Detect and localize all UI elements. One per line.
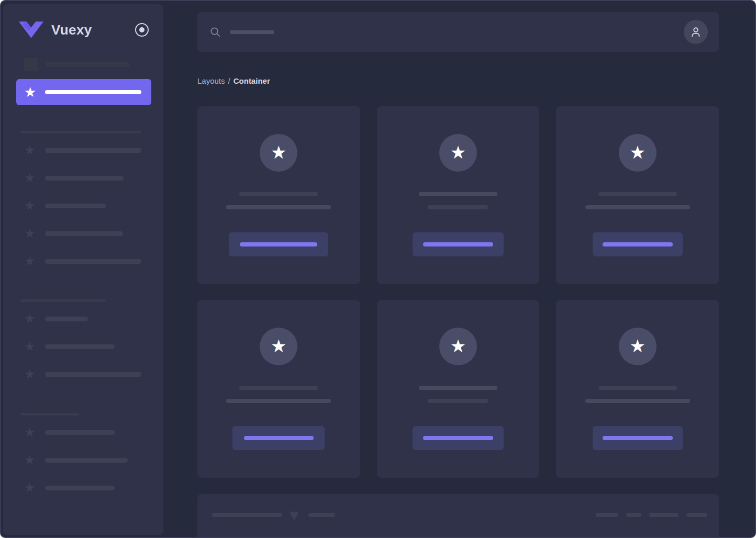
button-label-placeholder: [240, 242, 317, 246]
menu-label-placeholder: [45, 259, 141, 264]
card-button[interactable]: [229, 232, 328, 256]
star-icon: ★: [24, 426, 38, 439]
star-icon: ★: [450, 143, 466, 161]
card-button[interactable]: [232, 426, 325, 450]
sidebar-item[interactable]: ★: [16, 223, 151, 244]
sidebar-item[interactable]: ★: [16, 140, 151, 161]
star-icon: ★: [24, 481, 38, 494]
menu-label-placeholder: [45, 176, 124, 181]
card-subtitle-placeholder: [428, 205, 488, 209]
sidebar-item[interactable]: ★: [16, 54, 151, 75]
menu-label-placeholder: [45, 486, 115, 490]
button-label-placeholder: [603, 436, 673, 440]
placeholder-card: ★: [556, 106, 719, 284]
brand-row: Vuexy: [3, 20, 163, 39]
card-subtitle-placeholder: [585, 205, 690, 209]
card-title-placeholder: [598, 192, 677, 196]
menu-label-placeholder: [45, 430, 115, 435]
person-icon: [689, 25, 703, 39]
footer-link-placeholder: [686, 513, 707, 517]
button-label-placeholder: [244, 436, 314, 440]
breadcrumb: Layouts / Container: [197, 76, 719, 85]
sidebar-item[interactable]: ★: [16, 422, 151, 443]
breadcrumb-parent[interactable]: Layouts: [197, 76, 225, 85]
sidebar-item-active[interactable]: ★: [16, 79, 151, 105]
menu-pin-icon[interactable]: [135, 23, 149, 37]
menu-section-header-placeholder: [20, 299, 106, 302]
footer-link-placeholder: [596, 513, 618, 517]
star-icon: ★: [629, 143, 645, 161]
main-content: Layouts / Container ★ ★: [163, 1, 755, 537]
sidebar: Vuexy ★ ★ ★ ★ ★: [3, 4, 163, 535]
card-avatar: ★: [439, 134, 477, 172]
star-icon: ★: [24, 368, 38, 380]
menu-pin-dot: [139, 27, 144, 32]
footer-link-placeholder: [626, 513, 641, 517]
sidebar-item[interactable]: ★: [16, 450, 151, 470]
star-icon: ★: [24, 85, 38, 99]
sidebar-item[interactable]: ★: [16, 364, 151, 385]
footer-card: ♥: [197, 494, 719, 538]
vuexy-logo-icon: [19, 21, 43, 38]
card-grid: ★ ★ ★: [197, 106, 719, 478]
sidebar-item[interactable]: ★: [16, 195, 151, 216]
footer-text-placeholder: [212, 513, 282, 517]
star-icon: ★: [24, 144, 38, 156]
card-avatar: ★: [260, 328, 297, 365]
card-subtitle-placeholder: [585, 399, 690, 403]
placeholder-card: ★: [197, 300, 360, 478]
menu-label-placeholder: [45, 372, 141, 377]
menu-label-placeholder: [45, 458, 128, 463]
star-icon: ★: [629, 337, 645, 355]
brand-name: Vuexy: [51, 22, 92, 38]
card-title-placeholder: [419, 386, 497, 390]
star-icon: ★: [24, 312, 38, 325]
menu-label-placeholder: [45, 231, 123, 236]
card-button[interactable]: [413, 232, 504, 256]
footer-row: ♥: [212, 508, 707, 522]
menu-label-placeholder: [45, 90, 141, 94]
footer-links: [596, 513, 707, 517]
menu-section-header-placeholder: [20, 413, 79, 416]
card-subtitle-placeholder: [226, 205, 331, 209]
star-icon: ★: [24, 255, 38, 267]
star-icon: ★: [24, 172, 38, 184]
placeholder-card: ★: [197, 106, 360, 284]
app-window: Vuexy ★ ★ ★ ★ ★: [0, 0, 756, 538]
card-subtitle-placeholder: [428, 399, 488, 403]
star-icon: ★: [24, 227, 38, 240]
menu-label-placeholder: [45, 204, 106, 208]
placeholder-card: ★: [556, 300, 719, 478]
search-placeholder-bar: [230, 30, 274, 34]
heart-icon: ♥: [290, 508, 299, 522]
star-icon: ★: [271, 143, 286, 161]
user-avatar[interactable]: [684, 20, 708, 44]
card-button[interactable]: [413, 426, 504, 450]
sidebar-item[interactable]: ★: [16, 167, 151, 188]
star-icon: ★: [450, 337, 466, 355]
sidebar-menu: ★ ★ ★ ★ ★ ★: [3, 54, 163, 505]
search-bar[interactable]: [197, 12, 719, 52]
menu-label-placeholder: [45, 344, 115, 349]
menu-section-header-placeholder: [20, 131, 141, 133]
placeholder-card: ★: [377, 300, 540, 478]
star-icon: ★: [24, 199, 38, 212]
card-avatar: ★: [260, 134, 297, 172]
sidebar-item[interactable]: ★: [16, 477, 151, 498]
button-label-placeholder: [423, 436, 493, 440]
menu-label-placeholder: [45, 317, 88, 321]
footer-text-placeholder: [308, 513, 335, 517]
sidebar-item[interactable]: ★: [16, 251, 151, 272]
card-button[interactable]: [593, 426, 683, 450]
breadcrumb-current: Container: [234, 76, 270, 85]
menu-label-placeholder: [45, 62, 130, 67]
sidebar-item[interactable]: ★: [16, 336, 151, 357]
star-icon: ★: [271, 337, 286, 355]
card-avatar: ★: [619, 328, 657, 365]
sidebar-item[interactable]: ★: [16, 308, 151, 329]
card-title-placeholder: [239, 192, 318, 196]
card-title-placeholder: [239, 386, 318, 390]
card-button[interactable]: [593, 232, 683, 256]
footer-link-placeholder: [649, 513, 679, 517]
placeholder-card: ★: [377, 106, 540, 284]
